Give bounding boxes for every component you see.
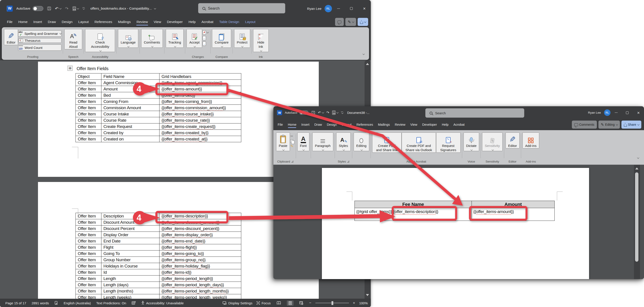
table-cell[interactable]: {{offer_items-commission_amount}} — [160, 105, 241, 111]
tab-developer[interactable]: Developer — [164, 18, 186, 26]
tab-references[interactable]: References — [92, 18, 115, 26]
table-cell[interactable]: {{offer_items-holiday_flag}} — [160, 263, 241, 269]
sensitivity-button[interactable]: Sensitivity — [482, 132, 502, 151]
save-button[interactable] — [47, 7, 51, 10]
tab-review[interactable]: Review — [392, 121, 408, 128]
scroll-up-icon[interactable] — [635, 167, 638, 169]
table-cell[interactable]: Description — [102, 213, 160, 219]
table-cell[interactable]: Coming From — [102, 98, 160, 104]
table-cell[interactable]: Offer Item — [76, 257, 102, 263]
table-cell[interactable]: Offer Item — [76, 92, 102, 98]
table-cell[interactable]: {{offer_items-end_date}} — [160, 238, 241, 244]
editor-button[interactable]: ✎ Editor — [4, 29, 18, 45]
table-cell[interactable]: Offer Item — [76, 294, 102, 299]
quick-access-button[interactable] — [72, 6, 78, 11]
table-cell[interactable]: Length (weeks) — [102, 294, 160, 299]
table-cell[interactable]: {{offer_items-created_at}} — [160, 136, 241, 142]
tab-home[interactable]: Home — [285, 121, 299, 128]
check-accessibility-button[interactable]: Check Accessibility — [85, 29, 115, 52]
table-cell[interactable]: Discount Amount — [102, 219, 160, 225]
table-cell[interactable]: {{offer_items-description}} — [160, 213, 241, 219]
avatar[interactable]: RL — [324, 5, 332, 12]
reject-button[interactable]: ✗ — [202, 30, 208, 35]
page-indicator[interactable]: Page 15 of 17 — [5, 301, 26, 305]
table-cell[interactable]: {{offer_items-group_no}} — [160, 257, 241, 263]
table-cell[interactable]: Object — [76, 73, 102, 79]
table-cell[interactable]: Offer Item — [76, 263, 102, 269]
tab-draw[interactable]: Draw — [312, 121, 324, 128]
tab-references[interactable]: References — [354, 121, 376, 128]
table-cell[interactable]: Group Number — [102, 257, 160, 263]
editing-mode-button[interactable]: ✎Editing — [598, 121, 620, 129]
web-layout-button[interactable] — [298, 301, 305, 306]
text-predictions-status[interactable]: Text Predictions: On — [96, 301, 126, 305]
accept-button[interactable]: ✓ Accept — [186, 29, 202, 48]
toolbar-options-button[interactable] — [82, 7, 85, 9]
table-cell[interactable]: {{offer_items-course_rate}} — [160, 117, 241, 123]
tab-insert[interactable]: Insert — [30, 18, 45, 26]
next-change-button[interactable]: → — [202, 41, 208, 46]
accessibility-status[interactable]: Accessibility: Unavailable — [141, 301, 184, 305]
table-cell[interactable]: Display Order — [102, 232, 160, 238]
comments-button[interactable]: Comments — [572, 121, 597, 129]
user-name[interactable]: Ryan Lee — [588, 111, 601, 114]
table-cell[interactable]: Discount Percent — [102, 226, 160, 232]
focus-button[interactable]: Focus — [256, 301, 271, 305]
table-cell[interactable]: Holidays in Course — [102, 263, 160, 269]
table-cell[interactable]: {{offer_items-period_length}} — [160, 276, 241, 282]
table-cell[interactable]: {{offer_items-going_to}} — [160, 251, 241, 257]
tab-insert[interactable]: Insert — [299, 121, 312, 128]
table-cell[interactable]: Offer Item — [76, 244, 102, 250]
zoom-slider[interactable] — [316, 303, 349, 303]
tab-help[interactable]: Help — [440, 121, 451, 128]
tab-acrobat[interactable]: Acrobat — [198, 18, 216, 26]
table-cell[interactable]: End Date — [102, 238, 160, 244]
language-status[interactable]: English (Australia) — [64, 301, 91, 305]
scroll-up-icon[interactable] — [366, 63, 369, 65]
protect-button[interactable]: Protect — [234, 29, 250, 48]
table-cell[interactable]: Length — [102, 276, 160, 282]
table-cell[interactable]: Id — [102, 269, 160, 275]
font-button[interactable]: A Font — [297, 132, 310, 151]
word-count-button[interactable]: 123 Word Count — [18, 44, 62, 51]
table-cell[interactable]: Offer Item — [76, 136, 102, 142]
cut-button[interactable]: ✂ — [290, 134, 293, 138]
share-button[interactable]: Share — [622, 121, 641, 129]
copy-button[interactable] — [290, 140, 293, 143]
table-cell[interactable]: Created by — [102, 130, 160, 136]
editing-button[interactable]: Editing — [354, 132, 369, 151]
avatar[interactable]: RL — [604, 109, 610, 116]
previous-change-button[interactable]: ← — [202, 36, 208, 40]
format-painter-button[interactable]: ✎ — [290, 144, 293, 148]
table-cell[interactable]: Amount — [102, 86, 160, 92]
zoom-level[interactable]: 100% — [359, 301, 368, 305]
redo-button[interactable]: ↷ — [65, 6, 68, 11]
table-cell[interactable]: Length (days) — [102, 282, 160, 288]
table-cell[interactable]: {{offer_items-created_by}} — [160, 130, 241, 136]
table-cell[interactable]: Offer Item — [76, 251, 102, 257]
table-cell[interactable]: Grid Handlebars — [160, 73, 241, 79]
dialog-launcher-icon[interactable] — [291, 161, 293, 163]
tab-layout[interactable]: Layout — [76, 18, 92, 26]
table-cell[interactable]: Course Intake — [102, 111, 160, 117]
table-cell[interactable]: Offer Item — [76, 80, 102, 86]
collapse-ribbon-icon[interactable] — [637, 157, 639, 159]
minimize-button[interactable] — [610, 106, 622, 119]
hide-ink-button[interactable]: ≈≈ Hide Ink — [253, 29, 269, 52]
share-icon-button[interactable] — [358, 18, 368, 26]
table-cell[interactable]: {{offer_items-course_intake}} — [160, 111, 241, 117]
table-cell[interactable]: Offer Item — [76, 226, 102, 232]
table-cell[interactable]: Offer Item — [76, 105, 102, 111]
tracking-button[interactable]: ✎ Tracking — [166, 29, 184, 48]
tab-acrobat[interactable]: Acrobat — [451, 121, 467, 128]
comments-icon-button[interactable] — [335, 18, 344, 26]
table-cell[interactable]: Flight — [102, 244, 160, 250]
vertical-scrollbar[interactable] — [634, 165, 640, 279]
create-pdf-outlook-button[interactable]: ✉ Create PDF and Share via Outlook — [402, 132, 436, 153]
table-cell[interactable]: Offer Item — [76, 86, 102, 92]
table-cell[interactable]: Offer Item — [76, 232, 102, 238]
table-cell[interactable]: Offer Item — [76, 98, 102, 104]
tab-layout[interactable]: Layout — [242, 18, 258, 26]
spelling-grammar-button[interactable]: abc✓ Spelling and Grammar — [18, 30, 62, 37]
tab-layout[interactable]: Layout — [339, 121, 354, 128]
